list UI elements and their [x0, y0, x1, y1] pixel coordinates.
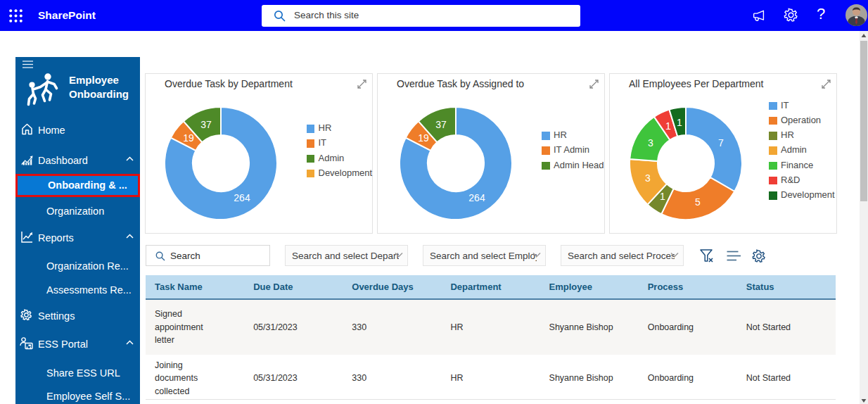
svg-text:264: 264 — [234, 192, 250, 203]
svg-text:37: 37 — [200, 119, 212, 130]
svg-text:1: 1 — [677, 117, 682, 128]
svg-text:19: 19 — [418, 132, 429, 144]
svg-text:19: 19 — [183, 132, 194, 144]
svg-text:1: 1 — [660, 191, 665, 202]
svg-text:7: 7 — [718, 137, 724, 149]
svg-text:1: 1 — [665, 120, 671, 132]
svg-text:3: 3 — [648, 137, 653, 149]
svg-text:5: 5 — [695, 196, 701, 208]
svg-text:37: 37 — [435, 119, 447, 130]
svg-text:3: 3 — [645, 172, 651, 184]
svg-text:264: 264 — [468, 192, 485, 203]
